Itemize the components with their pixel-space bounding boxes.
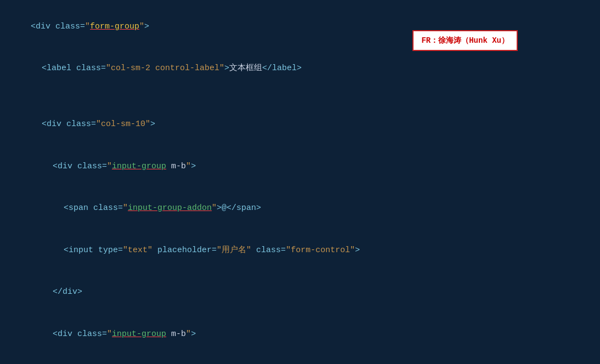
code-line-4: <div class="col-sm-10"> (22, 104, 589, 146)
label-text: 文本框组 (229, 64, 262, 73)
tag-open: <div class= (31, 22, 85, 31)
span-addon1-gt: >@</span> (217, 203, 261, 213)
class-input-group-addon-1: input-group-addon (128, 203, 212, 213)
fr-tooltip: FR：徐海涛（Hunk Xu） (412, 30, 518, 51)
div-ig2-gt: > (191, 329, 196, 339)
code-line-7: <input type="text" placeholder="用户名" cla… (44, 229, 589, 271)
code-line-9: <div class="input-group m-b"> (33, 313, 589, 355)
label-open: <label class= (42, 64, 106, 73)
div-ig1-gt: > (191, 162, 196, 171)
code-line-2: <label class="col-sm-2 control-label">文本… (22, 48, 589, 90)
attr-addon1-quote2: " (212, 203, 217, 213)
attr-ig2-quote2: " (186, 329, 191, 339)
input-username-tag: <input type= (64, 246, 123, 255)
attr-value-1: " (85, 22, 90, 31)
label-close: </label> (262, 64, 302, 73)
class-form-group: form-group (90, 22, 139, 31)
code-line-6: <span class="input-group-addon">@</span> (44, 187, 589, 230)
div-col-open: <div class= (42, 120, 96, 129)
code-line-3 (11, 89, 589, 104)
code-line-5: <div class="input-group m-b"> (33, 145, 589, 187)
attr-ig1-quote2: " (186, 162, 191, 171)
input-username-close: > (355, 246, 360, 255)
code-line-10: input type="text" class="form-control"> … (44, 355, 589, 365)
span-addon1-open: <span class= (64, 203, 123, 213)
attr-ig2-quote1: " (107, 329, 112, 339)
code-line-8: </div> (33, 271, 589, 314)
mb-text-2: m-b (166, 329, 186, 339)
class-input-group-2: input-group (112, 329, 166, 339)
attr-col-class: "col-sm-10" (96, 120, 150, 129)
label-gt: > (224, 64, 229, 73)
attr-label-class: "col-sm-2 control-label" (106, 64, 224, 73)
div-ig1-open: <div class= (53, 162, 107, 171)
input-username-class: class= (251, 246, 286, 255)
class-input-group-1: input-group (112, 162, 166, 171)
fr-tooltip-text: FR：徐海涛（Hunk Xu） (421, 36, 509, 45)
div-col-gt: > (150, 120, 155, 129)
attr-addon1-quote1: " (123, 203, 128, 213)
div-ig2-open: <div class= (53, 329, 107, 339)
attr-type-text-1: "text" (123, 246, 152, 255)
input-username-ph: placeholder= (152, 246, 217, 255)
code-editor: <div class="form-group"> <label class="c… (0, 0, 600, 364)
attr-ig1-quote1: " (107, 162, 112, 171)
mb-text-1: m-b (166, 162, 186, 171)
div-close-1: </div> (53, 287, 82, 297)
attr-ph-val: "用户名" (217, 246, 251, 255)
tag-close-bracket: > (144, 22, 149, 31)
attr-value-1b: " (139, 22, 144, 31)
attr-fc-1: "form-control" (286, 246, 355, 255)
